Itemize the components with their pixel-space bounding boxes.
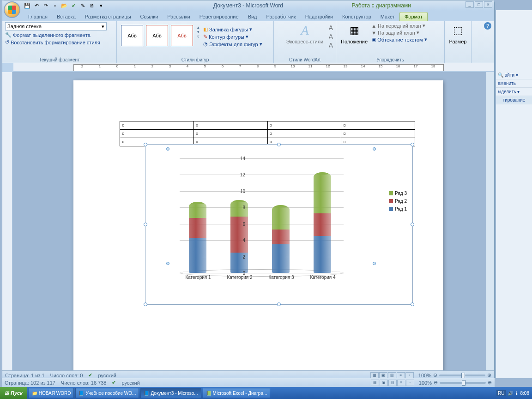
text-wrap-button[interactable]: ▣Обтекание текстом ▾: [371, 36, 427, 43]
empty-table[interactable]: ¤¤¤¤¤¤¤¤¤¤¤¤: [120, 121, 415, 146]
bring-front-button[interactable]: ▲На передний план ▾: [371, 22, 427, 29]
selection-handle[interactable]: [144, 302, 147, 306]
selection-handle[interactable]: [144, 143, 147, 146]
selection-handle[interactable]: [277, 143, 281, 146]
tab-вид[interactable]: Вид: [243, 12, 262, 21]
shape-style-2[interactable]: Абв: [146, 25, 168, 46]
qat-dropdown-icon[interactable]: ▾: [97, 2, 105, 9]
zoom-level[interactable]: 100%: [418, 373, 431, 378]
spellcheck-icon[interactable]: ✔: [70, 2, 77, 9]
selection-handle[interactable]: [144, 223, 147, 226]
table-cell[interactable]: ¤: [341, 121, 415, 130]
reset-style-button[interactable]: ↺Восстановить форматирование стиля: [5, 39, 114, 45]
start-button[interactable]: ⊞Пуск: [0, 387, 27, 399]
plot-handle[interactable]: [373, 262, 376, 265]
shape-outline-button[interactable]: ✎Контур фигуры ▾: [203, 34, 262, 40]
print-layout-view[interactable]: ▦: [371, 380, 379, 386]
legend-item[interactable]: Ряд 1: [389, 206, 407, 212]
word-count-outer[interactable]: Число слов: 16 738: [61, 380, 106, 386]
shape-style-3[interactable]: Абв: [171, 25, 193, 46]
taskbar-item[interactable]: 📗Microsoft Excel - Диагра...: [203, 388, 271, 398]
gallery-more-icon[interactable]: ▿: [197, 34, 200, 39]
table-cell[interactable]: ¤: [267, 130, 341, 138]
minimize-button[interactable]: _: [466, 1, 474, 8]
plot-handle[interactable]: [166, 262, 169, 265]
format-selection-button[interactable]: 🔧Формат выделенного фрагмента: [5, 32, 114, 38]
legend-item[interactable]: Ряд 3: [389, 191, 407, 196]
bar-column[interactable]: [230, 200, 248, 273]
system-tray[interactable]: RU 🔊 🌡 8:08: [496, 390, 532, 396]
selection-handle[interactable]: [411, 143, 414, 146]
selection-handle[interactable]: [411, 223, 414, 226]
tab-конструктор[interactable]: Конструктор: [338, 12, 376, 21]
table-cell[interactable]: ¤: [120, 130, 194, 138]
zoom-in-button[interactable]: ⊕: [488, 380, 492, 386]
horizontal-ruler[interactable]: 210123456789101112131415161718: [13, 63, 494, 72]
restore-button[interactable]: □: [475, 1, 483, 8]
print-preview-icon[interactable]: 🗎: [88, 2, 96, 9]
page[interactable]: ¤¤¤¤¤¤¤¤¤¤¤¤ Ряд 3Ряд 2Ряд 1 02468101214…: [73, 80, 443, 370]
word-count[interactable]: Число слов: 0: [50, 373, 83, 378]
wa-effects-icon[interactable]: A: [329, 42, 333, 49]
bar-column[interactable]: [272, 205, 290, 273]
tab-рецензирование[interactable]: Рецензирование: [195, 12, 243, 21]
vertical-ruler[interactable]: [2, 72, 12, 370]
language-status[interactable]: русский: [98, 373, 116, 378]
table-cell[interactable]: ¤: [120, 121, 194, 130]
table-cell[interactable]: ¤: [341, 130, 415, 138]
size-button[interactable]: ⬚ Размер: [447, 22, 468, 45]
bar-column[interactable]: [314, 172, 331, 273]
find-button[interactable]: 🔍 айти ▾: [496, 71, 532, 79]
quick-print-icon[interactable]: ✎: [79, 2, 86, 9]
spellcheck-icon[interactable]: ✔: [112, 380, 116, 386]
vertical-scrollbar[interactable]: [486, 72, 494, 370]
tab-главная[interactable]: Главная: [24, 12, 52, 21]
zoom-out-button[interactable]: ⊖: [434, 380, 438, 386]
clock[interactable]: 8:08: [520, 391, 529, 396]
page-status[interactable]: Страница: 1 из 1: [5, 373, 45, 378]
table-cell[interactable]: ¤: [193, 130, 267, 138]
legend-item[interactable]: Ряд 2: [389, 199, 407, 204]
zoom-slider[interactable]: [440, 382, 486, 384]
chart-object[interactable]: Ряд 3Ряд 2Ряд 1 02468101214Категория 1Ка…: [145, 144, 413, 305]
tray-icon[interactable]: 🌡: [514, 391, 519, 396]
new-icon[interactable]: ▫: [51, 2, 59, 9]
page-status-outer[interactable]: Страница: 102 из 117: [5, 380, 55, 386]
save-icon[interactable]: 💾: [24, 2, 31, 9]
replace-button[interactable]: аменить: [496, 79, 532, 88]
taskbar-item[interactable]: 📁НОВАЯ WORD: [29, 388, 74, 398]
wordart-styles-button[interactable]: A Экспресс-стили: [277, 22, 333, 45]
draft-view[interactable]: ▫: [406, 380, 414, 386]
tab-разработчик[interactable]: Разработчик: [262, 12, 301, 21]
help-button[interactable]: ?: [484, 22, 491, 30]
selection-handle[interactable]: [277, 302, 281, 306]
plot-handle[interactable]: [373, 147, 376, 151]
tab-вставка[interactable]: Вставка: [52, 12, 80, 21]
shape-style-1[interactable]: Абв: [121, 25, 143, 46]
bar-column[interactable]: [189, 202, 206, 273]
wa-outline-icon[interactable]: A: [329, 33, 333, 40]
zoom-level-outer[interactable]: 100%: [419, 380, 432, 386]
tab-ссылки[interactable]: Ссылки: [136, 12, 163, 21]
tab-надстройки[interactable]: Надстройки: [301, 12, 338, 21]
close-button[interactable]: ✕: [484, 1, 492, 8]
office-button[interactable]: [4, 1, 20, 18]
chart-legend[interactable]: Ряд 3Ряд 2Ряд 1: [389, 191, 407, 214]
language-status-outer[interactable]: русский: [121, 380, 139, 386]
tab-макет[interactable]: Макет: [376, 12, 399, 21]
shape-element-dropdown[interactable]: Задняя стенка▾: [5, 22, 107, 30]
position-button[interactable]: ▦ Положение: [339, 22, 369, 62]
tray-lang-icon[interactable]: RU: [496, 390, 506, 396]
web-view[interactable]: ▤: [388, 380, 397, 386]
select-button[interactable]: ыделить ▾: [496, 88, 532, 96]
shape-effects-button[interactable]: ◔Эффекты для фигур ▾: [203, 41, 262, 47]
tray-icon[interactable]: 🔊: [508, 391, 513, 396]
chart-plot-area[interactable]: [180, 158, 344, 273]
zoom-slider[interactable]: [439, 375, 485, 376]
table-cell[interactable]: ¤: [267, 121, 341, 130]
wa-fill-icon[interactable]: A: [329, 24, 333, 31]
shape-fill-button[interactable]: ◧Заливка фигуры ▾: [203, 26, 262, 32]
tab-формат[interactable]: Формат: [399, 12, 428, 21]
gallery-down-icon[interactable]: ▾: [197, 30, 200, 34]
taskbar-item[interactable]: 📘Учебное пособие WO...: [75, 388, 139, 398]
